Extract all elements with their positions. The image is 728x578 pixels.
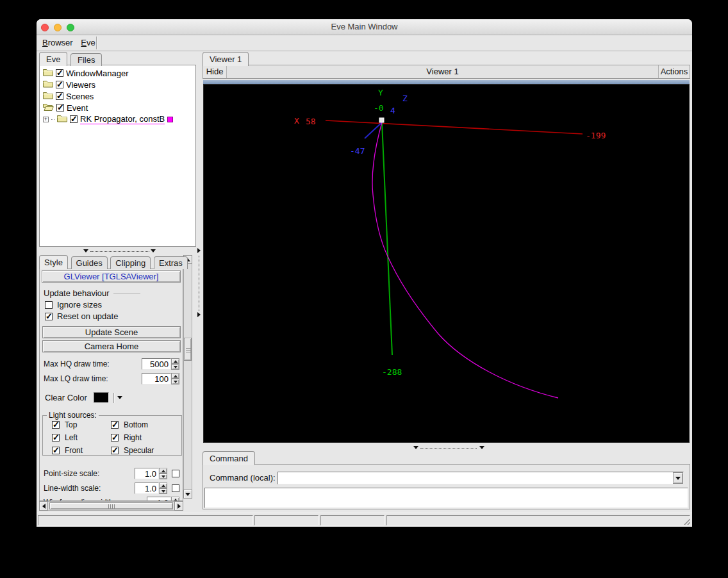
spin-up-icon xyxy=(174,360,178,363)
light-left-row[interactable]: Left xyxy=(52,433,111,442)
gl-scene: X 58 -199 Y -0 -288 Z 4 -47 xyxy=(204,85,689,442)
light-bottom-label: Bottom xyxy=(124,420,148,429)
command-combobox[interactable] xyxy=(277,472,684,484)
light-front-row[interactable]: Front xyxy=(52,446,111,455)
tab-files[interactable]: Files xyxy=(70,53,102,66)
splitter-dots xyxy=(199,256,199,311)
zoom-button[interactable] xyxy=(67,24,74,31)
tree-item-label: Event xyxy=(67,103,88,113)
tab-viewer-1[interactable]: Viewer 1 xyxy=(203,52,249,66)
light-sources-label: Light sources: xyxy=(47,411,99,420)
light-top-checkbox[interactable] xyxy=(52,421,60,429)
tab-clipping[interactable]: Clipping xyxy=(110,256,151,269)
y-axis-line xyxy=(382,122,392,355)
scroll-down-button[interactable] xyxy=(183,490,192,499)
checkbox-scenes[interactable] xyxy=(56,92,63,100)
actions-button[interactable]: Actions xyxy=(659,65,690,78)
scroll-left-button[interactable] xyxy=(39,501,48,511)
light-top-row[interactable]: Top xyxy=(52,420,111,429)
max-lq-input[interactable] xyxy=(142,373,171,384)
glviewer-header[interactable]: GLViewer [TGLSAViewer] xyxy=(42,270,181,283)
clear-color-dropdown-icon[interactable] xyxy=(117,396,122,399)
x-axis-label: X xyxy=(294,116,299,126)
wireframe-input[interactable] xyxy=(147,497,171,501)
menu-browser[interactable]: Browser xyxy=(42,38,73,47)
clear-color-swatch[interactable] xyxy=(94,392,109,403)
tree-item-viewers[interactable]: Viewers xyxy=(43,79,195,90)
minimize-button[interactable] xyxy=(54,24,62,31)
reset-on-update-checkbox[interactable] xyxy=(45,313,53,320)
tab-command[interactable]: Command xyxy=(203,451,255,465)
style-panel-vscrollbar[interactable] xyxy=(183,255,192,499)
spin-down-icon xyxy=(174,381,178,383)
tree-item-windowmanager[interactable]: WindowManager xyxy=(43,67,195,79)
wireframe-stepper[interactable] xyxy=(171,497,179,501)
resize-grip-icon[interactable] xyxy=(682,516,690,525)
command-dropdown-button[interactable] xyxy=(673,472,683,484)
menubar-divider xyxy=(96,37,97,49)
tree-item-scenes[interactable]: Scenes xyxy=(43,90,195,102)
scroll-right-button[interactable] xyxy=(174,501,183,511)
vscroll-thumb[interactable] xyxy=(184,338,192,361)
light-bottom-row[interactable]: Bottom xyxy=(111,420,154,429)
spin-down-icon xyxy=(174,366,178,368)
tree-item-label: WindowManager xyxy=(66,69,129,78)
max-hq-stepper[interactable] xyxy=(171,358,179,370)
command-input[interactable] xyxy=(278,472,673,484)
point-size-stepper[interactable] xyxy=(159,468,167,479)
line-width-checkbox[interactable] xyxy=(172,484,179,492)
z-axis-line xyxy=(365,122,382,138)
tab-style[interactable]: Style xyxy=(39,255,68,269)
point-size-checkbox[interactable] xyxy=(172,470,179,477)
max-hq-input[interactable] xyxy=(142,358,171,370)
checkbox-viewers[interactable] xyxy=(56,81,63,88)
tab-guides[interactable]: Guides xyxy=(71,256,108,269)
tree-item-event[interactable]: Event xyxy=(43,102,195,113)
track-color-swatch[interactable] xyxy=(167,117,173,122)
hscroll-thumb[interactable] xyxy=(49,502,173,509)
max-lq-label: Max LQ draw time: xyxy=(44,374,108,383)
light-specular-row[interactable]: Specular xyxy=(111,446,154,455)
line-width-input[interactable] xyxy=(135,483,159,494)
ignore-sizes-row[interactable]: Ignore sizes xyxy=(45,300,102,310)
checkbox-windowmanager[interactable] xyxy=(56,69,63,77)
line-width-stepper[interactable] xyxy=(159,483,167,494)
tree-connector xyxy=(51,119,54,120)
tree-item-rk-propagator[interactable]: + RK Propagator, constB xyxy=(43,113,195,125)
hide-button[interactable]: Hide xyxy=(203,65,226,78)
camera-home-button[interactable]: Camera Home xyxy=(42,340,181,352)
reset-on-update-row[interactable]: Reset on update xyxy=(45,311,118,321)
light-right-row[interactable]: Right xyxy=(111,433,154,442)
light-specular-label: Specular xyxy=(124,446,154,455)
gl-viewport[interactable]: X 58 -199 Y -0 -288 Z 4 -47 xyxy=(203,84,690,443)
vertical-splitter[interactable] xyxy=(197,52,201,511)
light-bottom-checkbox[interactable] xyxy=(111,421,119,429)
light-right-checkbox[interactable] xyxy=(111,434,119,442)
splitter-arrow-icon xyxy=(197,248,201,253)
checkbox-rk-propagator[interactable] xyxy=(70,115,78,123)
tab-eve[interactable]: Eve xyxy=(39,52,67,66)
update-scene-button[interactable]: Update Scene xyxy=(42,326,181,338)
light-left-checkbox[interactable] xyxy=(52,434,60,442)
horizontal-splitter[interactable] xyxy=(39,248,196,254)
style-panel-hscrollbar[interactable] xyxy=(39,501,183,511)
command-panel: Command (local): xyxy=(203,464,690,509)
point-size-input[interactable] xyxy=(135,468,159,479)
titlebar[interactable]: Eve Main Window xyxy=(37,19,692,35)
light-specular-checkbox[interactable] xyxy=(111,447,119,454)
max-lq-stepper[interactable] xyxy=(171,373,179,384)
close-button[interactable] xyxy=(41,24,49,31)
y-near-tick-label: -0 xyxy=(374,103,384,113)
status-bar xyxy=(37,513,692,527)
command-output[interactable] xyxy=(204,488,688,508)
expand-icon[interactable]: + xyxy=(43,117,49,122)
tab-extras[interactable]: Extras xyxy=(154,256,188,269)
menu-eve[interactable]: Eve xyxy=(81,38,95,47)
checkbox-event[interactable] xyxy=(56,104,64,111)
tree-item-label: Viewers xyxy=(66,80,95,90)
viewer-command-splitter[interactable] xyxy=(203,445,690,450)
folder-icon xyxy=(43,91,53,101)
viewer-title: Viewer 1 xyxy=(226,65,659,78)
ignore-sizes-checkbox[interactable] xyxy=(45,301,53,309)
light-front-checkbox[interactable] xyxy=(52,447,60,454)
